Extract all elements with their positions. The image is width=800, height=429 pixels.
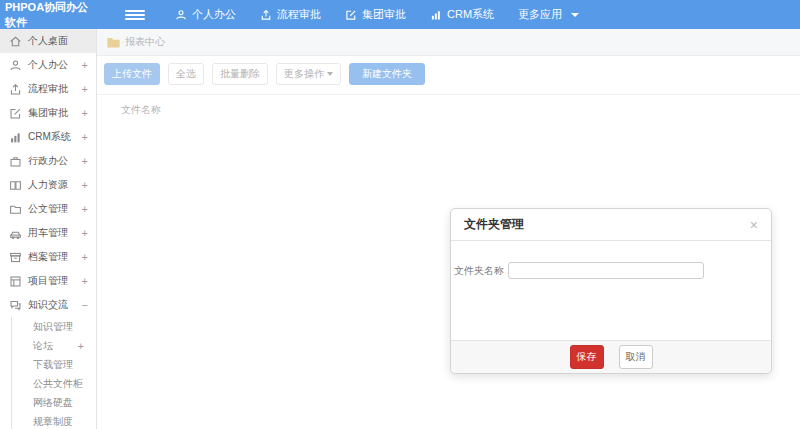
sub-item-label: 规章制度 (33, 415, 84, 429)
nav-item-workflow-approval[interactable]: 流程审批 (248, 0, 333, 29)
bar-chart-icon (9, 131, 22, 144)
breadcrumb: 报表中心 (97, 29, 800, 56)
sidebar-subitem-knowledge-mgmt[interactable]: 知识管理 (12, 317, 96, 336)
car-icon (9, 227, 22, 240)
expand-plus[interactable]: + (82, 83, 88, 95)
upload-flow-icon (260, 9, 272, 21)
nav-item-personal-office[interactable]: 个人办公 (163, 0, 248, 29)
select-all-button[interactable]: 全选 (168, 63, 204, 85)
expand-plus[interactable]: + (82, 251, 88, 263)
hamburger-menu-icon[interactable] (125, 0, 145, 29)
expand-plus[interactable]: + (82, 131, 88, 143)
top-nav-items: 个人办公 流程审批 集团审批 CRM系统 更多应用 (163, 0, 591, 29)
sidebar-subitem-download-mgmt[interactable]: 下载管理 (12, 355, 96, 374)
nav-item-label: 个人办公 (192, 7, 236, 22)
nav-item-label: 集团审批 (362, 7, 406, 22)
nav-item-label: 流程审批 (277, 7, 321, 22)
cancel-button[interactable]: 取消 (619, 345, 653, 369)
sidebar-item-archive-mgmt[interactable]: 档案管理 + (0, 245, 96, 269)
sidebar-item-label: 个人办公 (28, 58, 82, 72)
sidebar-subitem-network-disk[interactable]: 网络硬盘 (12, 393, 96, 412)
sub-item-label: 下载管理 (33, 358, 84, 372)
open-book-icon (9, 179, 22, 192)
sidebar-item-personal-office[interactable]: 个人办公 + (0, 53, 96, 77)
sidebar-item-label: CRM系统 (28, 130, 82, 144)
file-name-column-header: 文件名称 (121, 104, 161, 115)
sidebar-item-personal-desktop[interactable]: 个人桌面 (0, 29, 96, 53)
sidebar-item-group-approval[interactable]: 集团审批 + (0, 101, 96, 125)
sidebar-item-label: 用车管理 (28, 226, 82, 240)
sidebar-item-label: 行政办公 (28, 154, 82, 168)
more-actions-dropdown[interactable]: 更多操作 (276, 63, 341, 85)
folder-icon (9, 203, 22, 216)
user-icon (9, 59, 22, 72)
edit-square-icon (345, 9, 357, 21)
nav-item-crm[interactable]: CRM系统 (418, 0, 506, 29)
sidebar-item-document-mgmt[interactable]: 公文管理 + (0, 197, 96, 221)
expand-plus[interactable]: + (78, 340, 84, 352)
expand-plus[interactable]: + (82, 155, 88, 167)
sidebar-item-label: 公文管理 (28, 202, 82, 216)
sub-item-label: 公共文件柜 (33, 377, 84, 391)
toolbar: 上传文件 全选 批量删除 更多操作 新建文件夹 (97, 56, 800, 85)
sidebar-subitem-public-file-cabinet[interactable]: 公共文件柜 (12, 374, 96, 393)
edit-square-icon (9, 107, 22, 120)
sidebar-item-label: 人力资源 (28, 178, 82, 192)
collapse-minus[interactable]: − (82, 299, 88, 311)
project-grid-icon (9, 275, 22, 288)
sidebar-item-label: 流程审批 (28, 82, 82, 96)
folder-name-row: 文件夹名称 (451, 262, 771, 279)
sub-item-label: 网络硬盘 (33, 396, 84, 410)
upload-file-button[interactable]: 上传文件 (104, 63, 160, 85)
file-list-header: 文件名称 (97, 94, 800, 125)
sidebar-item-admin-office[interactable]: 行政办公 + (0, 149, 96, 173)
sidebar-subitem-forum[interactable]: 论坛 + (12, 336, 96, 355)
new-folder-button[interactable]: 新建文件夹 (349, 63, 425, 85)
expand-plus[interactable]: + (82, 227, 88, 239)
expand-plus[interactable]: + (82, 179, 88, 191)
knowledge-submenu: 知识管理 论坛 + 下载管理 公共文件柜 网络硬盘 规章制度 (11, 317, 96, 429)
expand-plus[interactable]: + (82, 275, 88, 287)
sidebar: 个人桌面 个人办公 + 流程审批 + 集团审批 + CRM系统 + 行政办公 + (0, 29, 97, 429)
sidebar-item-hr[interactable]: 人力资源 + (0, 173, 96, 197)
sidebar-item-workflow-approval[interactable]: 流程审批 + (0, 77, 96, 101)
folder-name-input[interactable] (508, 262, 704, 279)
expand-plus[interactable]: + (82, 59, 88, 71)
user-icon (175, 9, 187, 21)
sub-item-label: 知识管理 (33, 320, 84, 334)
app-logo: PHPOA协同办公软件 (0, 0, 97, 29)
chevron-down-icon (571, 13, 579, 17)
sidebar-item-crm[interactable]: CRM系统 + (0, 125, 96, 149)
folder-name-label: 文件夹名称 (451, 264, 504, 278)
expand-plus[interactable]: + (82, 203, 88, 215)
chat-bubbles-icon (9, 299, 22, 312)
nav-item-group-approval[interactable]: 集团审批 (333, 0, 418, 29)
sidebar-subitem-rules[interactable]: 规章制度 (12, 412, 96, 429)
home-icon (9, 35, 22, 48)
sidebar-item-label: 项目管理 (28, 274, 82, 288)
sidebar-item-vehicle-mgmt[interactable]: 用车管理 + (0, 221, 96, 245)
save-button[interactable]: 保存 (570, 345, 604, 369)
batch-delete-button[interactable]: 批量删除 (212, 63, 268, 85)
more-actions-label: 更多操作 (284, 68, 324, 79)
nav-item-label: 更多应用 (518, 7, 562, 22)
upload-flow-icon (9, 83, 22, 96)
archive-icon (9, 251, 22, 264)
dialog-header: 文件夹管理 × (451, 209, 771, 241)
bar-chart-icon (430, 9, 442, 21)
sidebar-item-knowledge-exchange[interactable]: 知识交流 − (0, 293, 96, 317)
expand-plus[interactable]: + (82, 107, 88, 119)
sidebar-item-label: 个人桌面 (28, 34, 88, 48)
nav-item-more-apps[interactable]: 更多应用 (506, 0, 591, 29)
folder-management-dialog: 文件夹管理 × 文件夹名称 保存 取消 (450, 208, 772, 374)
sidebar-item-label: 集团审批 (28, 106, 82, 120)
folder-icon (107, 37, 120, 48)
sidebar-item-label: 知识交流 (28, 298, 82, 312)
chevron-down-icon (327, 72, 333, 76)
sub-item-label: 论坛 (33, 339, 78, 353)
nav-item-label: CRM系统 (447, 7, 494, 22)
dialog-footer: 保存 取消 (451, 340, 771, 373)
sidebar-item-project-mgmt[interactable]: 项目管理 + (0, 269, 96, 293)
close-icon[interactable]: × (750, 218, 758, 232)
top-navbar: PHPOA协同办公软件 个人办公 流程审批 集团审批 CRM系统 更多应用 (0, 0, 800, 29)
